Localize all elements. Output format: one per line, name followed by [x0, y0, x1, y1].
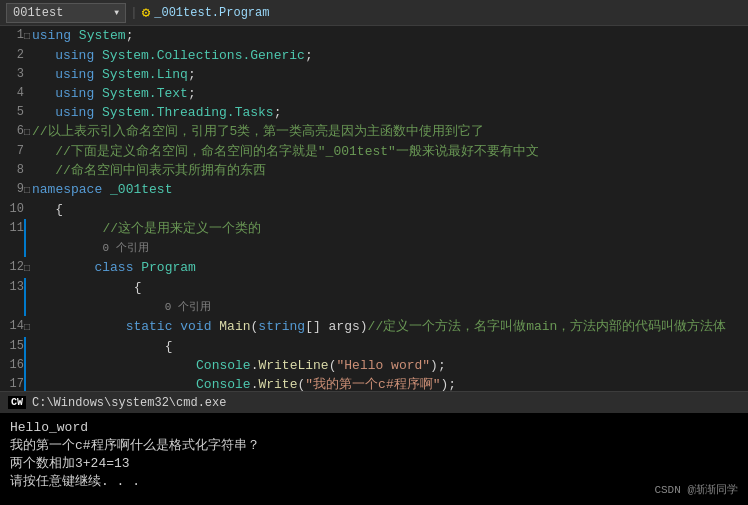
table-row: 10 {	[0, 200, 748, 219]
editor: 1 □using System; 2 using System.Collecti…	[0, 26, 748, 391]
table-row: 8 //命名空间中间表示其所拥有的东西	[0, 161, 748, 180]
line-number: 1	[0, 26, 24, 46]
title-bar: 001test ▼ | ⚙ _001test.Program	[0, 0, 748, 26]
table-row: 9 □namespace _001test	[0, 180, 748, 200]
table-row: 0 个引用	[0, 297, 748, 317]
table-row: 3 using System.Linq;	[0, 65, 748, 84]
fold-icon[interactable]: □	[24, 31, 30, 42]
table-row: 13 {	[0, 278, 748, 297]
terminal-line: 两个数相加3+24=13	[10, 455, 738, 473]
fold-icon[interactable]: □	[24, 127, 30, 138]
dropdown-arrow-icon: ▼	[114, 8, 119, 17]
dropdown-label: 001test	[13, 6, 63, 20]
code-line: □using System;	[24, 26, 748, 46]
right-path-label: _001test.Program	[154, 6, 269, 20]
table-row: 16 Console.WriteLine("Hello word");	[0, 356, 748, 375]
fold-icon[interactable]: □	[24, 185, 30, 196]
table-row: 4 using System.Text;	[0, 84, 748, 103]
terminal-line: 我的第一个c#程序啊什么是格式化字符串？	[10, 437, 738, 455]
table-row: 14 □ static void Main(string[] args)//定义…	[0, 317, 748, 337]
project-dropdown[interactable]: 001test ▼	[6, 3, 126, 23]
terminal-line: 请按任意键继续. . .	[10, 473, 738, 491]
code-table: 1 □using System; 2 using System.Collecti…	[0, 26, 748, 391]
table-row: 7 //下面是定义命名空间，命名空间的名字就是"_001test"一般来说最好不…	[0, 142, 748, 161]
table-row: 15 {	[0, 337, 748, 356]
fold-icon[interactable]: □	[24, 263, 30, 274]
terminal-line: Hello_word	[10, 419, 738, 437]
separator: |	[130, 5, 138, 20]
gear-icon: ⚙	[142, 4, 150, 21]
table-row: 12 □ class Program	[0, 258, 748, 278]
table-row: 11 //这个是用来定义一个类的	[0, 219, 748, 238]
table-row: 5 using System.Threading.Tasks;	[0, 103, 748, 122]
terminal-title: C:\Windows\system32\cmd.exe	[32, 396, 226, 410]
table-row: 2 using System.Collections.Generic;	[0, 46, 748, 65]
fold-icon[interactable]: □	[24, 322, 30, 333]
table-row: 17 Console.Write("我的第一个c#程序啊");	[0, 375, 748, 391]
terminal: Hello_word 我的第一个c#程序啊什么是格式化字符串？ 两个数相加3+2…	[0, 413, 748, 505]
terminal-titlebar: CW C:\Windows\system32\cmd.exe	[0, 391, 748, 413]
watermark: CSDN @渐渐同学	[654, 481, 738, 499]
table-row: 6 □//以上表示引入命名空间，引用了5类，第一类高亮是因为主函数中使用到它了	[0, 122, 748, 142]
terminal-icon: CW	[8, 396, 26, 409]
table-row: 0 个引用	[0, 238, 748, 258]
table-row: 1 □using System;	[0, 26, 748, 46]
